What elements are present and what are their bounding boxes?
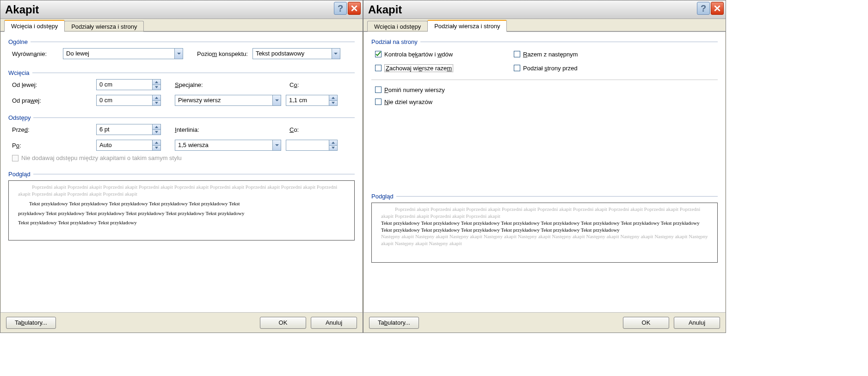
chevron-down-icon [272,95,281,105]
close-button[interactable] [711,2,724,15]
linespacing-combo[interactable]: 1,5 wiersza [175,140,281,151]
chevron-down-icon [332,49,340,59]
checkbox-icon [514,51,520,57]
keep-with-next-checkbox[interactable]: Razem z następnym [514,48,630,60]
titlebar[interactable]: Akapit ? [363,0,726,19]
chevron-down-icon [174,49,183,59]
checkbox-icon [375,65,382,71]
preview-box: Poprzedni akapit Poprzedni akapit Poprze… [371,203,718,263]
checkbox-icon [12,155,18,161]
cancel-button[interactable]: Anuluj [674,317,720,329]
page-break-before-checkbox[interactable]: Podział strony przed [514,62,630,74]
group-general: Ogólne [8,38,28,45]
button-bar: Tabulatory... OK Anuluj [0,312,363,333]
spinner-up-icon[interactable] [153,95,160,100]
ok-button[interactable]: OK [623,317,669,329]
spinner-up-icon[interactable] [329,95,337,100]
suppress-line-numbers-checkbox[interactable]: Pomiń numery wierszy [375,84,718,96]
paragraph-dialog-right: Akapit ? Wcięcia i odstępy Podziały wier… [363,0,726,333]
tab-content-breaks: Podział na strony Kontrola bękartów i wd… [363,32,726,312]
spinner-down-icon[interactable] [153,85,160,90]
before-spinner[interactable]: 6 pt [96,124,161,135]
at-label: Co: [289,126,337,133]
ok-button[interactable]: OK [260,317,306,329]
group-preview: Podgląd [371,193,394,200]
group-pagination: Podział na strony [371,38,418,45]
window-title: Akapit [5,3,39,16]
close-button[interactable] [348,2,361,15]
tab-indents-spacing[interactable]: Wcięcia i odstępy [367,21,428,32]
spinner-up-icon[interactable] [153,140,160,145]
at-spinner[interactable] [286,140,338,151]
tab-line-page-breaks[interactable]: Podziały wiersza i strony [64,21,144,32]
by-spinner[interactable]: 1,1 cm [286,95,338,106]
preview-box: Poprzedni akapit Poprzedni akapit Poprze… [8,180,355,240]
keep-lines-together-checkbox[interactable]: Zachowaj wiersze razem [375,62,510,74]
tabbar: Wcięcia i odstępy Podziały wiersza i str… [0,19,363,32]
tab-line-page-breaks[interactable]: Podziały wiersza i strony [427,20,507,32]
no-space-same-style-checkbox: Nie dodawaj odstępu między akapitami o t… [12,154,355,161]
group-spacing: Odstępy [8,114,31,121]
spinner-down-icon[interactable] [153,100,160,106]
titlebar[interactable]: Akapit ? [0,0,363,19]
spinner-down-icon[interactable] [153,145,160,151]
tabbar: Wcięcia i odstępy Podziały wiersza i str… [363,19,726,32]
help-button[interactable]: ? [697,2,710,15]
spinner-up-icon[interactable] [153,80,160,85]
indent-right-spinner[interactable]: 0 cm [96,95,161,106]
no-hyphenate-checkbox[interactable]: Nie dziel wyrazów [375,96,718,108]
indent-right-label: Od prawej: [12,97,56,104]
tab-content-indents: Ogólne Wyrównanie: Do lewej Poziom konsp… [0,32,363,312]
spinner-down-icon[interactable] [329,100,337,106]
chevron-down-icon [272,140,281,150]
after-spinner[interactable]: Auto [96,140,161,151]
group-preview: Podgląd [8,171,31,178]
special-label: Specjalne: [175,81,281,88]
spinner-down-icon[interactable] [153,129,160,135]
linespacing-label: Interlinia: [175,126,281,133]
window-title: Akapit [368,3,402,16]
widow-orphan-checkbox[interactable]: Kontrola bękartów i wdów [375,48,510,60]
indent-left-spinner[interactable]: 0 cm [96,79,161,90]
spinner-up-icon[interactable] [153,124,160,129]
spinner-up-icon[interactable] [329,140,337,145]
help-button[interactable]: ? [334,2,347,15]
indent-left-label: Od lewej: [12,81,56,88]
button-bar: Tabulatory... OK Anuluj [363,312,726,333]
checkbox-checked-icon [375,51,382,57]
alignment-combo[interactable]: Do lewej [63,48,183,59]
alignment-label: Wyrównanie: [12,50,63,57]
group-indent: Wcięcia [8,69,30,76]
tab-indents-spacing[interactable]: Wcięcia i odstępy [4,20,65,32]
tabs-button[interactable]: Tabulatory... [6,317,56,329]
before-label: Przed: [12,126,56,133]
spinner-down-icon[interactable] [329,145,337,151]
special-combo[interactable]: Pierwszy wiersz [175,95,281,106]
checkbox-icon [375,86,382,93]
checkbox-icon [514,65,520,71]
after-label: Po: [12,142,56,149]
checkbox-icon [375,99,382,105]
paragraph-dialog-left: Akapit ? Wcięcia i odstępy Podziały wier… [0,0,363,333]
cancel-button[interactable]: Anuluj [311,317,357,329]
outline-label: Poziom konspektu: [197,50,248,57]
outline-combo[interactable]: Tekst podstawowy [252,48,340,59]
by-label: Co: [289,81,337,88]
tabs-button[interactable]: Tabulatory... [369,317,419,329]
